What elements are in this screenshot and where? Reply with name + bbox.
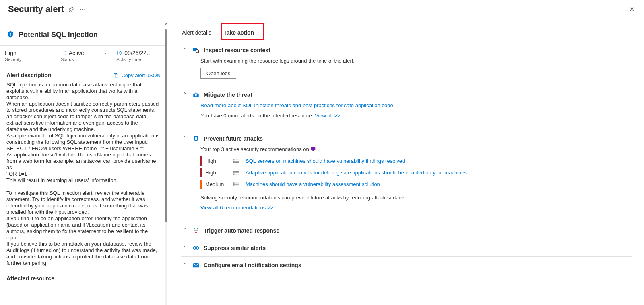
rec-link[interactable]: Machines should have a vulnerability ass…	[246, 181, 380, 187]
scrollbar-thumb[interactable]	[165, 29, 167, 222]
open-logs-button[interactable]: Open logs	[200, 68, 236, 79]
left-panel: ‹‹ Potential SQL Injection High Severity…	[0, 18, 167, 305]
suppress-eye-icon	[192, 244, 200, 252]
list-icon	[233, 159, 240, 164]
more-icon[interactable]: ⋯	[79, 6, 85, 12]
alert-description-section: Alert description Copy alert JSON SQL In…	[0, 66, 167, 266]
svg-rect-11	[115, 74, 118, 77]
right-panel: Alert details Take action ˄ Inspect reso…	[167, 18, 644, 305]
chevron-up-icon: ˄	[181, 92, 188, 98]
prevent-shield-icon	[192, 135, 200, 142]
severity-cell: High Severity	[0, 46, 56, 66]
affected-resource-heading: Affected resource	[0, 266, 167, 282]
inspect-body-text: Start with examining the resource logs a…	[200, 58, 632, 64]
list-icon	[233, 170, 240, 175]
svg-rect-17	[195, 138, 197, 140]
svg-point-9	[62, 51, 62, 52]
trigger-title: Trigger automated response	[204, 227, 279, 234]
svg-point-6	[63, 55, 64, 55]
section-suppress-header[interactable]: ˅ Suppress similar alerts	[181, 244, 632, 252]
mitigate-viewall-link[interactable]: View all >>	[315, 113, 340, 119]
activity-time-cell: 09/26/22… Activity time	[111, 46, 167, 66]
svg-point-25	[233, 161, 234, 162]
suppress-title: Suppress similar alerts	[204, 245, 266, 251]
chevron-down-icon: ˅	[181, 245, 188, 251]
svg-point-3	[64, 51, 65, 52]
section-inspect-header[interactable]: ˄ Inspect resource context	[181, 47, 632, 54]
alert-title-row: Potential SQL Injection	[0, 18, 167, 45]
copy-alert-json-link[interactable]: Copy alert JSON	[113, 72, 161, 78]
svg-point-2	[63, 51, 64, 51]
chevron-up-icon: ˄	[181, 136, 188, 141]
list-icon	[233, 182, 240, 187]
tab-alert-details[interactable]: Alert details	[181, 25, 212, 40]
svg-point-42	[195, 247, 197, 249]
status-value: Active	[69, 50, 84, 56]
prevent-footer-text: Solving security recommendations can pre…	[200, 194, 632, 201]
inspect-icon	[192, 47, 200, 54]
section-mitigate-threat: ˄ Mitigate the threat Read more about SQ…	[181, 86, 632, 130]
chevron-down-icon: ˅	[181, 228, 188, 233]
rec-link[interactable]: SQL servers on machines should have vuln…	[246, 158, 405, 164]
mitigate-icon	[192, 91, 200, 98]
alert-meta-row: High Severity Active ▾ Status	[0, 45, 167, 66]
svg-point-37	[233, 184, 234, 185]
section-prevent-header[interactable]: ˄ Prevent future attacks	[181, 135, 632, 142]
pin-icon[interactable]	[69, 6, 74, 12]
copy-json-label: Copy alert JSON	[121, 72, 161, 78]
section-email-header[interactable]: ˅ Configure email notification settings	[181, 262, 632, 269]
blade-header: Security alert ⋯ ✕	[0, 0, 644, 18]
rec-link[interactable]: Adaptive application controls for defini…	[246, 170, 467, 176]
alert-description-heading: Alert description	[6, 72, 51, 78]
section-email-settings: ˅ Configure email notification settings	[181, 257, 632, 274]
mitigate-read-more-link[interactable]: Read more about SQL Injection threats an…	[200, 102, 394, 108]
resource-vm-icon	[310, 146, 316, 152]
chevron-up-icon: ˄	[181, 47, 188, 53]
section-mitigate-header[interactable]: ˄ Mitigate the threat	[181, 91, 632, 98]
prevent-title: Prevent future attacks	[204, 135, 263, 142]
activity-time-label: Activity time	[116, 57, 162, 62]
svg-point-30	[233, 171, 234, 172]
svg-point-32	[233, 174, 234, 174]
email-title: Configure email notification settings	[204, 262, 301, 268]
rec-severity: Medium	[205, 181, 228, 187]
alert-name: Potential SQL Injection	[19, 31, 98, 39]
mitigate-body-text: You have 0 more alerts on the affected r…	[200, 113, 315, 119]
email-icon	[192, 262, 200, 269]
prevent-intro-text: Your top 3 active security recommendatio…	[200, 146, 310, 152]
section-prevent-attacks: ˄ Prevent future attacks Your top 3 acti…	[181, 130, 632, 222]
recommendation-item[interactable]: High Adaptive application controls for d…	[200, 168, 632, 177]
copy-icon	[113, 72, 119, 78]
section-trigger-response: ˅ Trigger automated response	[181, 222, 632, 239]
status-cell[interactable]: Active ▾ Status	[56, 46, 112, 66]
section-suppress-alerts: ˅ Suppress similar alerts	[181, 239, 632, 257]
section-trigger-header[interactable]: ˅ Trigger automated response	[181, 227, 632, 234]
svg-point-5	[65, 54, 66, 55]
page-title: Security alert	[8, 4, 64, 14]
chevron-down-icon: ˅	[181, 262, 188, 268]
close-icon[interactable]: ✕	[629, 6, 638, 13]
status-spinner-icon	[61, 50, 66, 56]
section-inspect-resource: ˄ Inspect resource context Start with ex…	[181, 42, 632, 86]
tab-bar: Alert details Take action	[181, 25, 632, 40]
svg-point-38	[233, 185, 234, 186]
mitigate-title: Mitigate the threat	[204, 92, 252, 98]
svg-rect-20	[312, 151, 314, 151]
svg-point-0	[10, 33, 11, 34]
rec-severity: High	[205, 170, 228, 176]
rec-severity: High	[205, 158, 228, 164]
recommendation-item[interactable]: High SQL servers on machines should have…	[200, 156, 632, 166]
prevent-viewall-link[interactable]: View all 6 recommendations >>	[200, 205, 273, 211]
svg-point-26	[233, 162, 234, 163]
activity-time-value: 09/26/22…	[124, 50, 152, 56]
svg-point-40	[197, 228, 199, 230]
severity-value: High	[5, 50, 17, 56]
clock-icon	[116, 50, 122, 56]
svg-rect-18	[311, 147, 316, 150]
automation-icon	[192, 227, 200, 234]
svg-rect-1	[10, 34, 11, 36]
status-label: Status	[61, 57, 107, 62]
recommendation-item[interactable]: Medium Machines should have a vulnerabil…	[200, 180, 632, 189]
tab-take-action[interactable]: Take action	[223, 25, 255, 40]
chevron-down-icon[interactable]: ▾	[104, 51, 106, 55]
